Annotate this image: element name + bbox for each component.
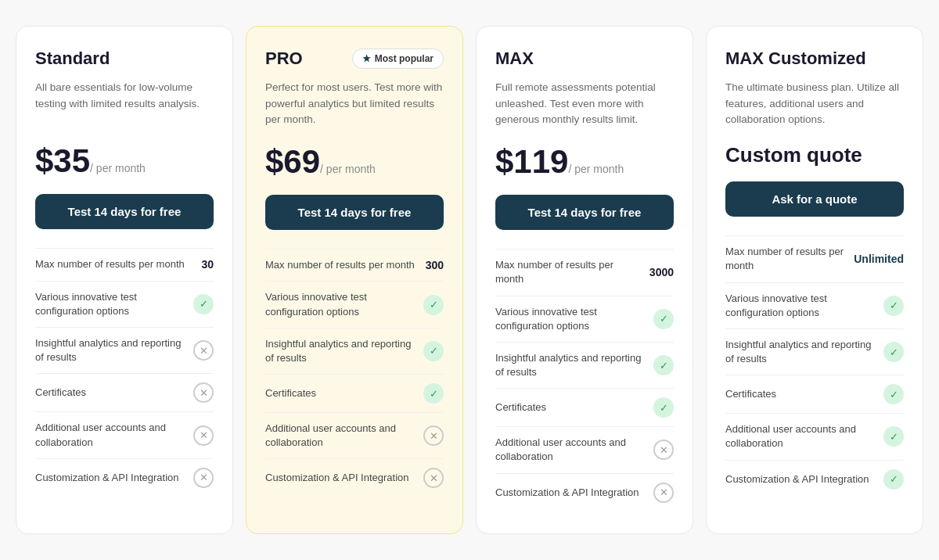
plan-price: $35/ per month	[35, 142, 214, 180]
pricing-container: StandardAll bare essentials for low-volu…	[16, 26, 923, 533]
feature-row-2: Insightful analytics and reporting of re…	[265, 328, 444, 374]
check-icon: ✓	[883, 469, 904, 490]
feature-label: Insightful analytics and reporting of re…	[725, 338, 883, 366]
cta-button-standard[interactable]: Test 14 days for free	[35, 194, 214, 229]
feature-label: Insightful analytics and reporting of re…	[35, 336, 193, 364]
price-amount: $69	[265, 143, 320, 180]
plan-header: MAX Customized	[725, 48, 904, 69]
cross-icon: ✕	[193, 382, 214, 403]
feature-row-5: Customization & API Integration✕	[265, 458, 444, 497]
cta-button-max-customized[interactable]: Ask for a quote	[725, 181, 904, 217]
feature-label: Certificates	[35, 386, 193, 400]
plan-card-pro: PRO★Most popularPerfect for most users. …	[246, 26, 463, 533]
feature-label: Insightful analytics and reporting of re…	[265, 337, 423, 365]
plan-header: MAX	[495, 48, 674, 69]
cross-icon: ✕	[193, 425, 214, 446]
features-list: Max number of results per monthUnlimited…	[725, 235, 904, 498]
check-icon: ✓	[883, 342, 904, 362]
feature-row-1: Various innovative test configuration op…	[35, 281, 214, 327]
feature-label: Customization & API Integration	[265, 471, 423, 485]
feature-row-5: Customization & API Integration✓	[725, 460, 904, 498]
feature-label: Additional user accounts and collaborati…	[495, 436, 653, 464]
feature-label: Various innovative test configuration op…	[495, 305, 653, 333]
features-list: Max number of results per month300Variou…	[265, 249, 444, 497]
feature-row-0: Max number of results per month30	[35, 248, 214, 280]
most-popular-badge: ★Most popular	[352, 48, 444, 69]
feature-label: Customization & API Integration	[495, 486, 653, 500]
feature-value-unlimited: Unlimited	[854, 253, 904, 265]
feature-row-3: Certificates✓	[495, 388, 674, 426]
plan-card-standard: StandardAll bare essentials for low-volu…	[16, 26, 233, 533]
cross-icon: ✕	[653, 440, 674, 460]
feature-row-2: Insightful analytics and reporting of re…	[35, 327, 214, 373]
feature-row-3: Certificates✓	[265, 374, 444, 412]
feature-row-4: Additional user accounts and collaborati…	[495, 426, 674, 472]
feature-row-4: Additional user accounts and collaborati…	[35, 411, 214, 458]
plan-name: MAX	[495, 48, 534, 69]
feature-row-0: Max number of results per month300	[265, 249, 444, 281]
feature-label: Insightful analytics and reporting of re…	[495, 351, 653, 379]
price-amount: $35	[35, 142, 90, 179]
plan-header: Standard	[35, 48, 214, 69]
cross-icon: ✕	[193, 468, 214, 488]
feature-row-0: Max number of results per month3000	[495, 249, 674, 295]
price-amount: $119	[495, 143, 568, 180]
check-icon: ✓	[883, 296, 904, 316]
cross-icon: ✕	[423, 468, 444, 488]
features-list: Max number of results per month3000Vario…	[495, 249, 674, 512]
feature-label: Max number of results per month	[35, 257, 201, 271]
feature-row-1: Various innovative test configuration op…	[495, 296, 674, 342]
feature-row-3: Certificates✓	[725, 375, 904, 413]
cross-icon: ✕	[653, 483, 674, 503]
feature-label: Customization & API Integration	[725, 472, 883, 486]
price-custom: Custom quote	[725, 143, 904, 167]
check-icon: ✓	[423, 383, 444, 404]
check-icon: ✓	[653, 397, 674, 418]
feature-row-4: Additional user accounts and collaborati…	[725, 413, 904, 459]
check-icon: ✓	[883, 426, 904, 447]
price-period: / per month	[320, 163, 376, 175]
cta-button-pro[interactable]: Test 14 days for free	[265, 195, 444, 230]
plan-name: PRO	[265, 48, 303, 69]
feature-row-1: Various innovative test configuration op…	[725, 282, 904, 328]
feature-label: Various innovative test configuration op…	[725, 292, 883, 320]
feature-value: 30	[201, 258, 214, 271]
feature-row-5: Customization & API Integration✕	[495, 473, 674, 512]
plan-description: The ultimate business plan. Utilize all …	[725, 80, 904, 127]
feature-value: 300	[426, 259, 444, 271]
plan-price: $69/ per month	[265, 143, 444, 181]
feature-label: Certificates	[725, 387, 883, 401]
feature-row-2: Insightful analytics and reporting of re…	[725, 328, 904, 375]
feature-label: Additional user accounts and collaborati…	[35, 421, 193, 449]
feature-row-3: Certificates✕	[35, 373, 214, 411]
most-popular-label: Most popular	[375, 53, 434, 64]
plan-price: $119/ per month	[495, 143, 674, 181]
feature-value: 3000	[649, 266, 674, 278]
feature-label: Additional user accounts and collaborati…	[265, 422, 423, 450]
feature-row-0: Max number of results per monthUnlimited	[725, 235, 904, 282]
plan-name: MAX Customized	[725, 48, 866, 69]
feature-row-2: Insightful analytics and reporting of re…	[495, 342, 674, 388]
check-icon: ✓	[423, 295, 444, 315]
plan-price: Custom quote	[725, 143, 904, 167]
feature-label: Max number of results per month	[265, 258, 426, 272]
plan-card-max: MAXFull remote assessments potential unl…	[476, 26, 693, 533]
feature-label: Customization & API Integration	[35, 471, 193, 485]
check-icon: ✓	[653, 309, 674, 329]
check-icon: ✓	[423, 341, 444, 361]
plan-card-max-customized: MAX CustomizedThe ultimate business plan…	[706, 26, 923, 533]
feature-label: Certificates	[265, 386, 423, 400]
cross-icon: ✕	[423, 425, 444, 446]
check-icon: ✓	[653, 355, 674, 375]
feature-label: Certificates	[495, 400, 653, 415]
check-icon: ✓	[193, 294, 214, 314]
plan-name: Standard	[35, 48, 110, 69]
feature-label: Various innovative test configuration op…	[265, 290, 423, 318]
plan-header: PRO★Most popular	[265, 48, 444, 69]
cta-button-max[interactable]: Test 14 days for free	[495, 195, 674, 230]
price-period: / per month	[90, 162, 146, 174]
star-icon: ★	[362, 53, 371, 64]
cross-icon: ✕	[193, 340, 214, 361]
feature-label: Max number of results per month	[495, 258, 649, 286]
feature-label: Various innovative test configuration op…	[35, 290, 193, 318]
